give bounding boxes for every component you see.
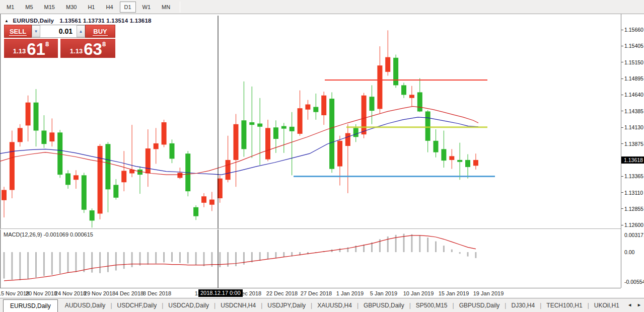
price-tick-mark (621, 46, 623, 46)
candle-body (473, 160, 478, 166)
price-tick-mark (621, 79, 623, 79)
macd-bar (67, 252, 69, 273)
buy-price-panel[interactable]: 1.13 63 8 (60, 39, 115, 58)
macd-bar (91, 252, 93, 273)
candle-body (265, 128, 270, 159)
volume-increase-icon[interactable]: ▲ (77, 25, 85, 37)
macd-bar (35, 252, 37, 277)
candle-body (209, 200, 214, 205)
macd-bar (59, 252, 61, 274)
chart-tab-eurusd-daily[interactable]: EURUSD,Daily (3, 299, 58, 312)
candle-body (377, 65, 382, 109)
candle-body (121, 171, 126, 182)
macd-bar (163, 252, 165, 262)
sell-price-panel[interactable]: 1.13 61 8 (4, 39, 58, 58)
macd-bar (235, 252, 237, 266)
candle-body (74, 175, 79, 180)
chart-tab-audusd-daily[interactable]: AUDUSD,Daily (60, 299, 111, 311)
chart-tab-bar: EURUSD,DailyAUDUSD,Daily|USDCHF,Daily|US… (0, 298, 644, 312)
chart-tab-gbpusd-daily[interactable]: GBPUSD,Daily (359, 299, 409, 311)
macd-tick-label: -0.005543 (624, 279, 644, 285)
ma-fast-line (0, 106, 478, 175)
chart-tab-tech100-h1[interactable]: TECH100,H1 (541, 299, 587, 311)
macd-bar (227, 252, 229, 267)
candle-body (65, 174, 70, 185)
date-axis[interactable]: 15 Nov 201820 Nov 201824 Nov 201829 Nov … (0, 288, 621, 298)
sell-price-point: 8 (45, 40, 49, 48)
price-axis[interactable]: 1.156601.154051.151501.148951.146401.143… (621, 14, 644, 288)
candle-body (201, 196, 206, 203)
macd-bar (19, 252, 21, 280)
macd-tick-label: 0.00 (624, 249, 634, 255)
macd-bar (147, 252, 149, 265)
timeframe-button-mn[interactable]: MN (157, 2, 175, 13)
chart-tab-xauusd-h4[interactable]: XAUUSD,H4 (312, 299, 357, 311)
candle-body (457, 160, 462, 162)
price-tick-label: 1.14640 (624, 92, 643, 98)
volume-decrease-icon[interactable]: ▼ (32, 25, 40, 37)
candle-body (290, 127, 295, 131)
timeframe-button-w1[interactable]: W1 (138, 2, 156, 13)
candle-body (305, 105, 310, 110)
timeframe-button-m30[interactable]: M30 (61, 2, 81, 13)
candle-body (82, 175, 87, 210)
macd-bar (155, 252, 157, 264)
candle-body (465, 160, 470, 167)
date-label: 19 Jan 2019 (466, 290, 511, 296)
timeframe-button-m15[interactable]: M15 (40, 2, 59, 13)
candle-body (170, 143, 175, 159)
macd-bar (259, 252, 261, 261)
candle-body (329, 99, 334, 169)
macd-bar (363, 245, 365, 252)
timeframe-button-m5[interactable]: M5 (21, 2, 37, 13)
macd-bar (339, 249, 341, 253)
chart-tab-ukoil-h1[interactable]: UKOil,H1 (589, 299, 624, 311)
macd-bar (187, 252, 189, 264)
candle-body (370, 97, 375, 111)
macd-bar (283, 252, 284, 257)
timeframe-toolbar: M1M5M15M30H1H4D1W1MN (0, 0, 644, 14)
timeframe-button-h1[interactable]: H1 (83, 2, 99, 13)
macd-bar (203, 252, 205, 266)
macd-bar (411, 235, 412, 252)
buy-price-point: 8 (102, 40, 106, 48)
macd-bar (83, 252, 85, 272)
chart-tab-usdcnh-h4[interactable]: USDCNH,H4 (216, 299, 261, 311)
candle-body (449, 156, 454, 160)
chart-tab-sp500-m15[interactable]: SP500,M15 (411, 299, 453, 311)
price-tick-mark (621, 95, 623, 95)
buy-button[interactable]: BUY (85, 25, 115, 38)
candle-body (162, 122, 167, 144)
chart-tab-usdchf-daily[interactable]: USDCHF,Daily (112, 299, 162, 311)
macd-bar (467, 252, 469, 257)
tab-scroll-left-icon[interactable]: ◄ (627, 302, 632, 307)
timeframe-button-m1[interactable]: M1 (2, 2, 19, 13)
tab-scroll-right-icon[interactable]: ► (637, 302, 641, 307)
candle-body (313, 107, 318, 112)
macd-indicator-label: MACD(12,26,9) -0.001069 0.000615 (4, 231, 93, 238)
macd-bar (451, 250, 453, 252)
sell-price-base: 1.13 (13, 47, 26, 55)
price-tick-label: 1.14895 (624, 75, 643, 82)
price-tick-label: 1.15405 (624, 43, 643, 49)
chart-tab-gbpusd-daily[interactable]: GBPUSD,Daily (454, 299, 505, 311)
crosshair-date-tooltip: 2018.12.17 0:00 (198, 289, 243, 297)
candle-body (105, 144, 110, 189)
candle-body (146, 148, 151, 174)
collapse-triangle-icon[interactable]: ▲ (5, 19, 9, 23)
timeframe-button-h4[interactable]: H4 (101, 2, 117, 13)
chart-tab-usdcad-daily[interactable]: USDCAD,Daily (163, 299, 214, 311)
volume-input[interactable]: 0.01 (40, 25, 77, 37)
macd-pane-divider[interactable] (0, 228, 621, 229)
macd-bar (459, 252, 461, 254)
timeframe-button-d1[interactable]: D1 (120, 2, 136, 13)
sell-button[interactable]: SELL (4, 25, 32, 38)
price-tick-label: 1.12855 (624, 206, 643, 212)
candle-body (273, 127, 278, 139)
price-tick-label: 1.13875 (624, 141, 643, 147)
chart-tab-dj30-h4[interactable]: DJ30,H4 (506, 299, 540, 311)
candle-body (401, 85, 406, 95)
macd-bar (107, 252, 109, 272)
macd-bar (171, 252, 173, 262)
chart-tab-usdjpy-daily[interactable]: USDJPY,Daily (262, 299, 311, 311)
